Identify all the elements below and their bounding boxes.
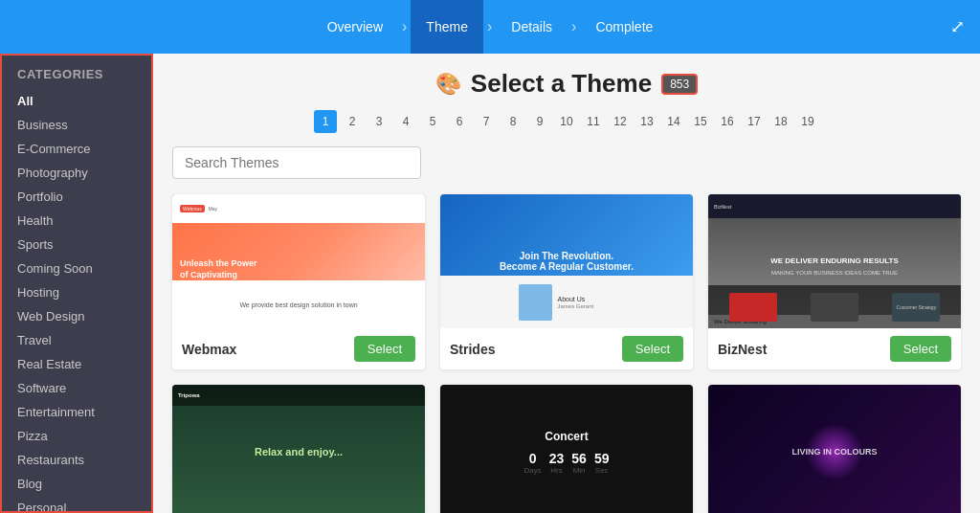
page-num-15[interactable]: 15	[689, 110, 712, 133]
sidebar-item-real-estate[interactable]: Real Estate	[2, 352, 151, 376]
content-header: 🎨 Select a Theme 853	[172, 69, 961, 99]
step-overview[interactable]: Overview	[312, 0, 398, 54]
sidebar-item-pizza[interactable]: Pizza	[2, 424, 151, 448]
theme-card-tripowa: Tripowa Relax and enjoy... Tripowa	[172, 385, 425, 513]
sidebar-item-software[interactable]: Software	[2, 376, 151, 400]
select-button-strides[interactable]: Select	[622, 336, 683, 362]
page-num-11[interactable]: 11	[582, 110, 605, 133]
pagination: 12345678910111213141516171819	[172, 110, 961, 133]
sidebar: Categories AllBusinessE-CommercePhotogra…	[0, 54, 153, 513]
sidebar-item-hosting[interactable]: Hosting	[2, 280, 151, 304]
sidebar-item-personal[interactable]: Personal	[2, 496, 151, 513]
sidebar-item-web-design[interactable]: Web Design	[2, 304, 151, 328]
page-num-9[interactable]: 9	[528, 110, 551, 133]
page-num-13[interactable]: 13	[635, 110, 658, 133]
theme-thumbnail-studio: LIVING IN COLOURS	[708, 385, 961, 513]
page-title: Select a Theme	[471, 69, 652, 99]
theme-card-studio: LIVING IN COLOURS Studio	[708, 385, 961, 513]
sidebar-item-all[interactable]: All	[2, 89, 151, 113]
sidebar-item-restaurants[interactable]: Restaurants	[2, 448, 151, 472]
top-nav: Overview › Theme › Details › Complete ⤢	[0, 0, 980, 54]
page-num-18[interactable]: 18	[769, 110, 792, 133]
sidebar-item-business[interactable]: Business	[2, 113, 151, 137]
sidebar-item-blog[interactable]: Blog	[2, 472, 151, 496]
sidebar-item-coming-soon[interactable]: Coming Soon	[2, 256, 151, 280]
page-num-14[interactable]: 14	[662, 110, 685, 133]
theme-thumbnail-biznest: BizNest WE DELIVER ENDURING RESULTSMAKIN…	[708, 194, 961, 328]
step-details[interactable]: Details	[496, 0, 568, 54]
theme-card-concert: Concert 0 Days 23 Hrs 56	[440, 385, 693, 513]
nav-arrow-3: ›	[571, 18, 576, 35]
content-area: 🎨 Select a Theme 853 1234567891011121314…	[153, 54, 980, 513]
theme-name-strides: Strides	[450, 342, 495, 357]
main-layout: Categories AllBusinessE-CommercePhotogra…	[0, 54, 980, 513]
palette-icon: 🎨	[435, 72, 461, 97]
page-num-12[interactable]: 12	[609, 110, 632, 133]
page-num-8[interactable]: 8	[501, 110, 524, 133]
theme-card-strides: Join The Revolution.Become A Regular Cus…	[440, 194, 693, 369]
page-num-7[interactable]: 7	[475, 110, 498, 133]
sidebar-item-e-commerce[interactable]: E-Commerce	[2, 137, 151, 161]
theme-thumbnail-strides: Join The Revolution.Become A Regular Cus…	[440, 194, 693, 328]
theme-card-biznest: BizNest WE DELIVER ENDURING RESULTSMAKIN…	[708, 194, 961, 369]
theme-grid: Webmax May Unleash the Powerof Captivati…	[172, 194, 961, 513]
theme-card-strides-footer: Strides Select	[440, 328, 693, 369]
page-num-17[interactable]: 17	[743, 110, 766, 133]
page-num-10[interactable]: 10	[555, 110, 578, 133]
sidebar-item-photography[interactable]: Photography	[2, 161, 151, 185]
theme-card-biznest-footer: BizNest Select	[708, 328, 961, 369]
page-num-4[interactable]: 4	[394, 110, 417, 133]
nav-arrow-2: ›	[487, 18, 492, 35]
page-num-2[interactable]: 2	[341, 110, 364, 133]
select-button-webmax[interactable]: Select	[354, 336, 415, 362]
page-num-6[interactable]: 6	[448, 110, 471, 133]
theme-thumbnail-webmax: Webmax May Unleash the Powerof Captivati…	[172, 194, 425, 328]
sidebar-item-travel[interactable]: Travel	[2, 328, 151, 352]
step-theme[interactable]: Theme	[411, 0, 483, 54]
step-complete[interactable]: Complete	[580, 0, 668, 54]
theme-card-webmax-footer: Webmax Select	[172, 328, 425, 369]
theme-card-webmax: Webmax May Unleash the Powerof Captivati…	[172, 194, 425, 369]
page-num-1[interactable]: 1	[314, 110, 337, 133]
sidebar-title: Categories	[2, 67, 151, 89]
theme-thumbnail-concert: Concert 0 Days 23 Hrs 56	[440, 385, 693, 513]
search-input[interactable]	[172, 146, 421, 179]
sidebar-item-portfolio[interactable]: Portfolio	[2, 185, 151, 209]
nav-arrow-1: ›	[402, 18, 407, 35]
theme-thumbnail-tripowa: Tripowa Relax and enjoy...	[172, 385, 425, 513]
collapse-button[interactable]: ⤢	[950, 16, 965, 37]
theme-count-badge: 853	[661, 74, 698, 95]
sidebar-item-entertainment[interactable]: Entertainment	[2, 400, 151, 424]
page-num-5[interactable]: 5	[421, 110, 444, 133]
sidebar-item-sports[interactable]: Sports	[2, 233, 151, 256]
theme-name-biznest: BizNest	[718, 342, 767, 357]
page-num-19[interactable]: 19	[796, 110, 819, 133]
theme-name-webmax: Webmax	[182, 342, 236, 357]
page-num-3[interactable]: 3	[368, 110, 390, 133]
select-button-biznest[interactable]: Select	[890, 336, 951, 362]
page-num-16[interactable]: 16	[716, 110, 739, 133]
sidebar-item-health[interactable]: Health	[2, 209, 151, 233]
search-bar	[172, 146, 961, 179]
